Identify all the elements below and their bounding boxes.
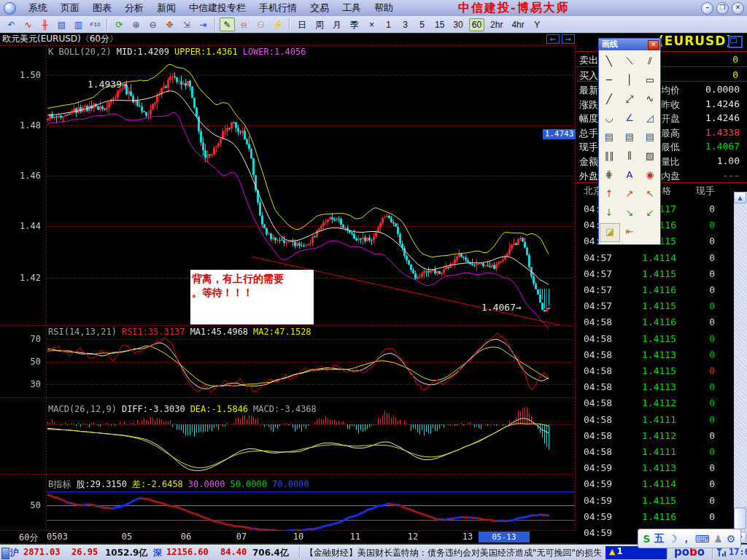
- ray-line-tool[interactable]: ⟍: [620, 52, 639, 70]
- period-button-30[interactable]: 30: [450, 18, 465, 31]
- arrow-down-tool[interactable]: ↓: [600, 204, 619, 222]
- palette-title-bar[interactable]: 画线 ✕: [599, 39, 660, 50]
- tick-row[interactable]: 04:581.41120: [576, 397, 734, 413]
- menu-item-1[interactable]: 页面: [54, 0, 86, 16]
- close-button[interactable]: ✕: [732, 2, 744, 15]
- eraser-tool[interactable]: ◪: [600, 223, 620, 242]
- tick-row[interactable]: 04:581.41150: [576, 333, 734, 349]
- menu-item-8[interactable]: 工具: [336, 0, 368, 16]
- report-icon[interactable]: ▥: [71, 18, 86, 31]
- tick-row[interactable]: 04:571.41140: [576, 252, 734, 268]
- menu-item-6[interactable]: 手机行情: [252, 0, 303, 16]
- scroll-right-button[interactable]: ⇒: [562, 34, 575, 44]
- horizontal-line-tool[interactable]: ─: [600, 71, 619, 89]
- arrow-down-left-tool[interactable]: ↙: [640, 204, 659, 222]
- vertical-line-tool[interactable]: │: [620, 71, 639, 89]
- zoom-out-icon[interactable]: ⊖: [145, 18, 160, 31]
- tick-row[interactable]: 04:581.41150: [576, 365, 734, 381]
- rectangle-tool[interactable]: ▭: [640, 71, 659, 89]
- tick-row[interactable]: 04:581.41110: [576, 414, 734, 430]
- menu-item-0[interactable]: 系统: [22, 0, 54, 16]
- scrollbar-thumb[interactable]: [734, 508, 746, 529]
- tick-row[interactable]: 04:581.41160: [576, 316, 734, 332]
- line-chart-icon[interactable]: ∿: [20, 18, 36, 31]
- news-ticker[interactable]: 【金融财经】美国财长盖特纳：债务违约会对美国经济造成"无可挽回"的损失: [305, 547, 602, 559]
- fib-fan-tool[interactable]: ⋕: [600, 166, 619, 184]
- period-button-周[interactable]: 周: [312, 18, 327, 31]
- scroll-left-button[interactable]: ⇐: [546, 34, 560, 44]
- period-button-60[interactable]: 60: [469, 18, 484, 31]
- tick-row[interactable]: 04:591.41130: [576, 462, 734, 478]
- tick-row[interactable]: 04:591.41160: [576, 511, 734, 527]
- cycle-lines-tool[interactable]: ⫼: [620, 147, 639, 165]
- menu-item-4[interactable]: 新闻: [150, 0, 182, 16]
- period-button-日[interactable]: 日: [295, 18, 309, 31]
- gann-fan-tool[interactable]: ◿: [640, 109, 659, 127]
- fibonacci-lines-tool[interactable]: ▤: [620, 128, 639, 146]
- period-button-季[interactable]: 季: [347, 18, 362, 31]
- soft-keyboard-icon[interactable]: ⌨: [695, 533, 710, 545]
- palette-close-icon[interactable]: ✕: [648, 40, 659, 50]
- tick-row[interactable]: 04:571.41160: [576, 284, 734, 300]
- users-icon[interactable]: ⚇: [253, 18, 268, 31]
- period-button-4hr[interactable]: 4hr: [508, 18, 527, 31]
- period-button-5[interactable]: 5: [415, 18, 429, 31]
- period-button-2hr[interactable]: 2hr: [487, 18, 506, 31]
- arc-tool[interactable]: ◡: [600, 109, 619, 127]
- scrollbar-track[interactable]: [734, 192, 747, 543]
- arrow-segment-tool[interactable]: ⤢: [620, 90, 639, 108]
- person-icon[interactable]: ♟: [713, 533, 723, 545]
- drag-hand-icon[interactable]: ✥: [162, 18, 177, 31]
- app-icon[interactable]: [4, 2, 16, 15]
- tick-row[interactable]: 04:591.41150: [576, 495, 734, 511]
- refresh-icon[interactable]: ⟳: [112, 18, 127, 31]
- scrollbar-up-button[interactable]: ▲: [734, 192, 746, 203]
- color-circle-tool[interactable]: ◉: [640, 166, 659, 184]
- tick-row[interactable]: 04:581.41110: [576, 446, 734, 462]
- period-button-×[interactable]: ×: [365, 18, 379, 31]
- punctuation-icon[interactable]: ，: [681, 532, 692, 545]
- draw-line-icon[interactable]: ✎: [220, 18, 235, 31]
- text-tool[interactable]: A: [620, 166, 639, 184]
- tick-row[interactable]: 04:571.41150: [576, 268, 734, 284]
- period-button-1[interactable]: 1: [382, 18, 395, 31]
- arrow-up-left-tool[interactable]: ↖: [640, 185, 659, 203]
- menu-item-3[interactable]: 分析: [118, 0, 150, 16]
- tick-row[interactable]: 04:571.41150: [576, 300, 734, 316]
- period-button-Y[interactable]: Y: [530, 18, 544, 31]
- tick-row[interactable]: 04:591.41140: [576, 478, 734, 494]
- parallel-line-tool[interactable]: ⫽: [640, 52, 659, 70]
- period-button-15[interactable]: 15: [432, 18, 447, 31]
- vertical-grid-tool[interactable]: ∥∥: [600, 147, 619, 165]
- alarm-icon[interactable]: ⍾: [236, 18, 252, 31]
- period-button-月[interactable]: 月: [330, 18, 344, 31]
- low-price-annotation[interactable]: 1.4067→: [481, 302, 522, 313]
- arrow-up-tool[interactable]: ↑: [600, 185, 619, 203]
- flash-icon[interactable]: ⚡: [270, 18, 285, 31]
- exit-draw-tool[interactable]: ⇤: [620, 223, 639, 241]
- segment-line-tool[interactable]: ╲: [600, 52, 619, 70]
- maximize-panel-icon[interactable]: [728, 36, 743, 48]
- gann-grid-tool[interactable]: ▤: [600, 128, 619, 146]
- peak-price-annotation[interactable]: 1.4939→: [88, 79, 128, 90]
- minimize-button[interactable]: –: [701, 2, 713, 15]
- tick-row[interactable]: 04:581.41130: [576, 381, 734, 397]
- f10-icon[interactable]: F10: [88, 18, 103, 31]
- menu-item-9[interactable]: 帮助: [368, 0, 400, 16]
- percentage-lines-tool[interactable]: ▤: [640, 128, 659, 146]
- wave-line-tool[interactable]: ∿: [640, 90, 659, 108]
- trend-line-tool[interactable]: ╱: [600, 90, 619, 108]
- halfwidth-moon-icon[interactable]: ☽: [668, 533, 678, 545]
- back-icon[interactable]: ↶: [4, 18, 19, 31]
- period-button-3[interactable]: 3: [398, 18, 412, 31]
- arrow-up-right-tool[interactable]: ↗: [620, 185, 639, 203]
- tick-row[interactable]: 04:581.41130: [576, 349, 734, 365]
- menu-item-2[interactable]: 图表: [86, 0, 118, 16]
- text-annotation-box[interactable]: 背离，有上行的需要 。等待！！！: [190, 270, 314, 324]
- restore-button[interactable]: ❐: [716, 2, 729, 15]
- zoom-in-icon[interactable]: ⊕: [128, 18, 144, 31]
- next-page-icon[interactable]: ⇥: [196, 18, 211, 31]
- tick-row[interactable]: 04:581.41120: [576, 430, 734, 446]
- wubi-mode-icon[interactable]: 五: [654, 532, 665, 545]
- channel-tool[interactable]: ▨: [640, 147, 659, 165]
